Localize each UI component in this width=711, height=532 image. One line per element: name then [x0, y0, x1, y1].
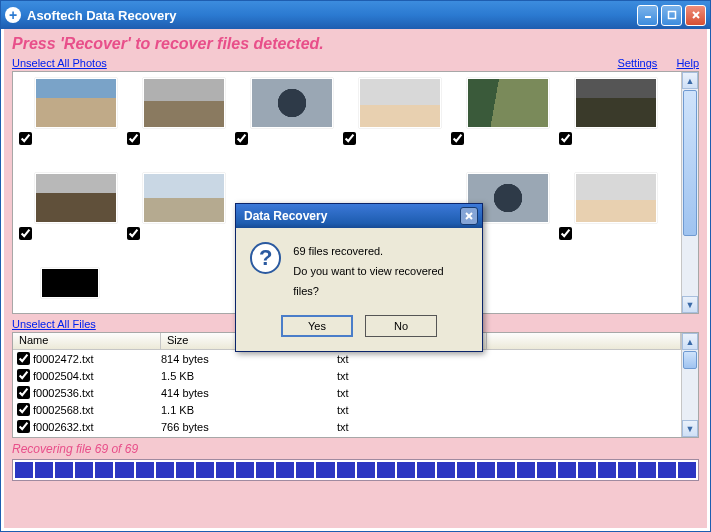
yes-button[interactable]: Yes: [281, 315, 353, 337]
file-row[interactable]: f0002472.txt814 bytestxt: [13, 350, 681, 367]
photo-thumbnail[interactable]: [575, 173, 657, 223]
dialog-message-2: Do you want to view recovered files?: [293, 262, 468, 302]
progress-segment: [397, 462, 415, 478]
progress-segment: [497, 462, 515, 478]
progress-segment: [517, 462, 535, 478]
photo-cell: [559, 78, 667, 173]
file-size: 1.5 KB: [161, 370, 337, 382]
photo-thumbnail[interactable]: [467, 78, 549, 128]
scroll-down-icon[interactable]: ▼: [682, 296, 698, 313]
file-checkbox[interactable]: [17, 386, 30, 399]
no-button[interactable]: No: [365, 315, 437, 337]
photo-thumbnail[interactable]: [35, 173, 117, 223]
progress-segment: [678, 462, 696, 478]
file-row[interactable]: f0002632.txt766 bytestxt: [13, 418, 681, 435]
unselect-all-files-link[interactable]: Unselect All Files: [12, 318, 96, 330]
file-row[interactable]: f0002504.txt1.5 KBtxt: [13, 367, 681, 384]
progress-segment: [55, 462, 73, 478]
file-checkbox[interactable]: [17, 420, 30, 433]
progress-segment: [75, 462, 93, 478]
scroll-up-icon[interactable]: ▲: [682, 333, 698, 350]
photo-cell: [19, 268, 127, 313]
close-button[interactable]: [685, 5, 706, 26]
photo-thumbnail[interactable]: [143, 173, 225, 223]
photo-thumbnail[interactable]: [35, 78, 117, 128]
photo-cell: [451, 78, 559, 173]
instruction-text: Press 'Recover' to recover files detecte…: [12, 35, 699, 53]
settings-link[interactable]: Settings: [618, 57, 658, 69]
file-size: 1.1 KB: [161, 404, 337, 416]
file-extension: txt: [337, 421, 487, 433]
progress-segment: [156, 462, 174, 478]
file-name: f0002568.txt: [33, 404, 161, 416]
dialog: Data Recovery ? 69 files recovered. Do y…: [235, 203, 483, 352]
scroll-up-icon[interactable]: ▲: [682, 72, 698, 89]
photo-checkbox[interactable]: [559, 132, 572, 145]
file-row[interactable]: f0002568.txt1.1 KBtxt: [13, 401, 681, 418]
photo-cell: [559, 173, 667, 268]
photo-checkbox[interactable]: [127, 227, 140, 240]
unselect-all-photos-link[interactable]: Unselect All Photos: [12, 57, 107, 69]
file-name: f0002632.txt: [33, 421, 161, 433]
photo-thumbnail[interactable]: [143, 78, 225, 128]
progress-segment: [417, 462, 435, 478]
file-name: f0002504.txt: [33, 370, 161, 382]
scroll-thumb[interactable]: [683, 90, 697, 236]
progress-segment: [276, 462, 294, 478]
file-checkbox[interactable]: [17, 369, 30, 382]
photo-cell: [127, 78, 235, 173]
scroll-thumb[interactable]: [683, 351, 697, 369]
app-window: + Asoftech Data Recovery Press 'Recover'…: [0, 0, 711, 532]
progress-segment: [558, 462, 576, 478]
progress-segment: [316, 462, 334, 478]
photo-checkbox[interactable]: [19, 132, 32, 145]
minimize-button[interactable]: [637, 5, 658, 26]
file-size: 414 bytes: [161, 387, 337, 399]
file-row[interactable]: f0002536.txt414 bytestxt: [13, 384, 681, 401]
scroll-down-icon[interactable]: ▼: [682, 420, 698, 437]
maximize-button[interactable]: [661, 5, 682, 26]
photo-checkbox[interactable]: [235, 132, 248, 145]
photo-thumbnail[interactable]: [251, 78, 333, 128]
column-name[interactable]: Name: [13, 333, 161, 349]
progress-segment: [598, 462, 616, 478]
progress-segment: [256, 462, 274, 478]
progress-segment: [136, 462, 154, 478]
photo-thumbnail[interactable]: [41, 268, 99, 298]
status-text: Recovering file 69 of 69: [12, 442, 699, 456]
photos-scrollbar[interactable]: ▲ ▼: [681, 72, 698, 313]
photo-cell: [19, 78, 127, 173]
progress-bar: [12, 459, 699, 481]
progress-segment: [236, 462, 254, 478]
photo-cell: [127, 173, 235, 268]
photo-checkbox[interactable]: [343, 132, 356, 145]
column-blank: [487, 333, 681, 349]
file-extension: txt: [337, 353, 487, 365]
file-checkbox[interactable]: [17, 403, 30, 416]
dialog-title: Data Recovery: [244, 209, 327, 223]
file-name: f0002536.txt: [33, 387, 161, 399]
progress-segment: [216, 462, 234, 478]
top-links-row: Unselect All Photos Settings Help: [12, 57, 699, 69]
photo-cell: [19, 173, 127, 268]
app-icon: +: [5, 7, 21, 23]
svg-rect-1: [668, 12, 675, 19]
help-link[interactable]: Help: [676, 57, 699, 69]
progress-segment: [35, 462, 53, 478]
file-checkbox[interactable]: [17, 352, 30, 365]
progress-segment: [618, 462, 636, 478]
progress-segment: [437, 462, 455, 478]
progress-segment: [95, 462, 113, 478]
progress-segment: [357, 462, 375, 478]
files-scrollbar[interactable]: ▲ ▼: [681, 333, 698, 437]
photo-checkbox[interactable]: [19, 227, 32, 240]
photo-checkbox[interactable]: [451, 132, 464, 145]
photo-checkbox[interactable]: [127, 132, 140, 145]
photo-checkbox[interactable]: [559, 227, 572, 240]
photo-thumbnail[interactable]: [575, 78, 657, 128]
dialog-close-button[interactable]: [460, 207, 478, 225]
file-extension: txt: [337, 404, 487, 416]
photo-cell: [559, 268, 667, 313]
photo-thumbnail[interactable]: [359, 78, 441, 128]
progress-segment: [578, 462, 596, 478]
